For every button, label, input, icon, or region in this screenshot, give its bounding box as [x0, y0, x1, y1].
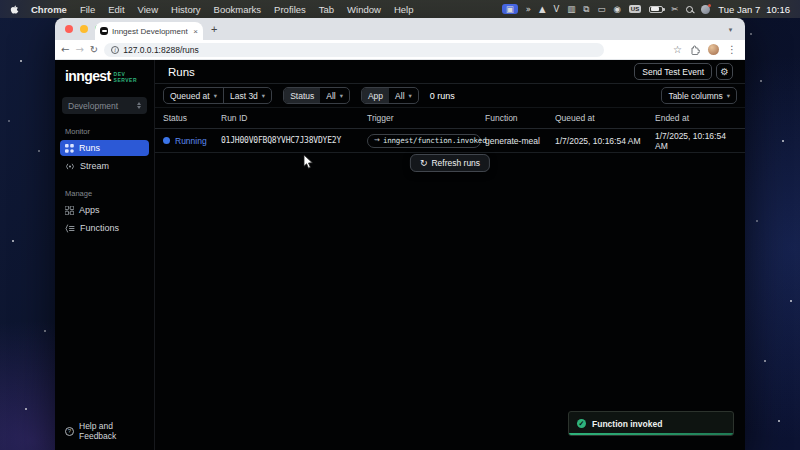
menubar-menus: Chrome File Edit View History Bookmarks … [31, 4, 413, 15]
browser-window: Inngest Development Server × + ▾ ← → ↻ i… [55, 18, 745, 450]
menu-file[interactable]: File [80, 4, 95, 15]
browser-menu-icon[interactable]: ⋮ [727, 45, 737, 55]
function-name[interactable]: generate-meal [485, 136, 555, 146]
app-header: Runs Send Test Event ⚙ [155, 60, 745, 84]
menu-window[interactable]: Window [347, 4, 381, 15]
tab-close-icon[interactable]: × [193, 27, 198, 36]
apple-menu-icon[interactable] [10, 4, 19, 15]
tab-search-chevron-icon[interactable]: ▾ [724, 23, 737, 36]
user-menu-icon[interactable] [701, 5, 710, 14]
help-icon: ? [65, 427, 74, 436]
app-filter-group: App All▾ [361, 87, 419, 104]
refresh-runs-button[interactable]: ↻ Refresh runs [410, 154, 490, 172]
menu-edit[interactable]: Edit [108, 4, 124, 15]
screen-sharing-icon[interactable]: ▣ [502, 4, 518, 15]
battery-icon[interactable] [649, 6, 663, 13]
browser-tab[interactable]: Inngest Development Server × [95, 22, 203, 40]
play-circle-icon[interactable]: ◉ [613, 5, 620, 14]
time-field-dropdown[interactable]: Queued at▾ [164, 88, 223, 103]
menu-tab[interactable]: Tab [319, 4, 334, 15]
select-updown-icon [137, 102, 141, 109]
tab-strip: Inngest Development Server × + ▾ [55, 18, 745, 40]
address-bar[interactable]: i 127.0.0.1:8288/runs [104, 43, 604, 57]
extensions-icon[interactable] [690, 41, 700, 59]
sidebar-item-apps[interactable]: Apps [60, 202, 149, 218]
help-and-feedback[interactable]: ? Help and Feedback [55, 413, 154, 450]
send-test-event-button[interactable]: Send Test Event [634, 63, 712, 80]
refresh-icon: ↻ [420, 159, 428, 168]
sidebar-item-stream[interactable]: Stream [60, 158, 149, 174]
monitor-section-label: Monitor [65, 127, 144, 136]
page-title: Runs [168, 66, 195, 78]
menu-bookmarks[interactable]: Bookmarks [214, 4, 262, 15]
chevron-down-icon: ▾ [409, 92, 412, 100]
sidebar-item-runs[interactable]: Runs [60, 140, 149, 156]
menu-profiles[interactable]: Profiles [274, 4, 306, 15]
bookmark-star-icon[interactable]: ☆ [673, 45, 682, 55]
running-status-dot [163, 137, 170, 144]
app-filter-dropdown[interactable]: All▾ [389, 88, 418, 103]
environment-select[interactable]: Development [62, 97, 147, 114]
table-row[interactable]: Running 01JH00V0FBQ8YVHC7J38VDYE2Y ⇝ inn… [155, 129, 745, 153]
column-header-run-id[interactable]: Run ID [221, 113, 367, 123]
status-text: Running [175, 136, 207, 146]
time-filter-group: Queued at▾ Last 3d▾ [163, 87, 272, 104]
url-text: 127.0.0.1:8288/runs [123, 45, 199, 55]
keyboard-layout-badge[interactable]: US [629, 5, 641, 13]
manage-section-label: Manage [65, 189, 144, 198]
success-check-icon: ✓ [577, 419, 586, 428]
chevron-down-icon: ▾ [262, 92, 265, 100]
table-header: Status Run ID Trigger Function Queued at… [155, 107, 745, 129]
stage-manager-icon[interactable]: ▥ [567, 5, 575, 14]
time-range-dropdown[interactable]: Last 3d▾ [224, 88, 271, 103]
scissors-icon[interactable]: ✂ [671, 5, 678, 14]
column-header-trigger[interactable]: Trigger [367, 113, 485, 123]
app-filter-label: App [362, 88, 389, 103]
queued-at-value: 1/7/2025, 10:16:54 AM [555, 136, 655, 146]
macos-menubar: Chrome File Edit View History Bookmarks … [0, 0, 800, 18]
new-tab-button[interactable]: + [211, 24, 217, 35]
column-header-queued-at[interactable]: Queued at [555, 113, 655, 123]
chevron-down-icon: ▾ [340, 92, 343, 100]
menu-history[interactable]: History [171, 4, 201, 15]
triangle-a-icon[interactable]: ▲ [539, 5, 546, 14]
menubar-clock[interactable]: Tue Jan 710:16 [718, 4, 790, 15]
filter-bar: Queued at▾ Last 3d▾ Status All▾ App All▾… [155, 84, 745, 107]
column-header-status[interactable]: Status [163, 113, 221, 123]
tab-favicon [100, 27, 108, 35]
ended-at-value: 1/7/2025, 10:16:54 AM [655, 131, 737, 151]
chevron-down-icon: ▾ [727, 92, 730, 100]
menu-chrome[interactable]: Chrome [31, 4, 67, 15]
column-header-function[interactable]: Function [485, 113, 555, 123]
inngest-app: inngest DEV SERVER Development Monitor R… [55, 60, 745, 450]
display-icon[interactable]: ▭ [597, 5, 605, 14]
site-info-icon[interactable]: i [111, 46, 119, 54]
back-icon[interactable]: ← [61, 45, 69, 55]
run-id[interactable]: 01JH00V0FBQ8YVHC7J38VDYE2Y [221, 136, 367, 145]
menu-view[interactable]: View [138, 4, 158, 15]
profile-avatar[interactable] [708, 44, 719, 55]
status-filter-label: Status [284, 88, 320, 103]
trigger-badge[interactable]: ⇝ inngest/function.invoked [367, 134, 481, 148]
v-app-icon[interactable]: V [553, 5, 559, 14]
minimize-window-button[interactable] [80, 25, 88, 33]
sidebar-item-functions[interactable]: Functions [60, 220, 149, 236]
toast-message: Function invoked [592, 419, 662, 429]
menubar-status-area: ▣ » ▲ V ▥ ⧉ ▭ ◉ US ✂ Tue Jan 710:16 [502, 4, 790, 15]
chevrons-icon[interactable]: » [526, 5, 531, 14]
sidebar: inngest DEV SERVER Development Monitor R… [55, 60, 155, 450]
forward-icon[interactable]: → [75, 45, 83, 55]
chevron-down-icon: ▾ [214, 92, 217, 100]
table-columns-dropdown[interactable]: Table columns▾ [662, 88, 736, 103]
status-filter-dropdown[interactable]: All▾ [320, 88, 349, 103]
stream-icon [65, 162, 75, 171]
reload-icon[interactable]: ↻ [90, 45, 98, 55]
gear-icon[interactable]: ⚙ [716, 63, 733, 80]
close-window-button[interactable] [65, 25, 73, 33]
spotlight-search-icon[interactable] [686, 6, 693, 13]
toast-notification[interactable]: ✓ Function invoked [568, 411, 734, 436]
column-header-ended-at[interactable]: Ended at [655, 113, 737, 123]
menu-help[interactable]: Help [394, 4, 414, 15]
functions-icon [65, 224, 75, 233]
copy-icon[interactable]: ⧉ [583, 5, 589, 14]
